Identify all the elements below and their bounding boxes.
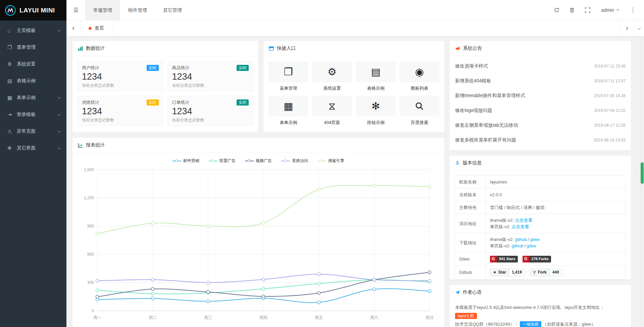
sidebar-item-login-template[interactable]: ⇥ 登录模板 bbox=[0, 106, 66, 123]
stat-desc: 当前分类总记录数 bbox=[172, 83, 249, 88]
search-icon bbox=[415, 101, 424, 111]
version-row-label: 主要特色 bbox=[455, 201, 486, 214]
quick-404-page[interactable]: ⧖ 404页面 bbox=[312, 96, 352, 126]
announcement-row: 修改logo缩放问题 2019-07-04 11:02 bbox=[455, 103, 626, 118]
version-row-value: iframe版-v2: github/gitee 单页版-v2: github/… bbox=[486, 233, 626, 252]
join-qq-badge[interactable]: 一键加群 bbox=[520, 321, 541, 327]
tab-home[interactable]: 首页 bbox=[81, 21, 112, 36]
sidebar-item-table-example[interactable]: ▤ 表格示例 bbox=[0, 73, 66, 89]
caret-down-icon bbox=[616, 9, 619, 12]
github-star-label: Star bbox=[498, 269, 506, 276]
username: admin bbox=[601, 7, 614, 13]
fullscreen-button[interactable] bbox=[580, 0, 595, 21]
hamburger-icon: ☰ bbox=[73, 7, 78, 14]
legend-item[interactable]: 直接访问 bbox=[281, 158, 308, 164]
sidebar-item-menu-management[interactable]: ❐ 菜单管理 bbox=[0, 39, 66, 56]
quick-system-settings[interactable]: ⚙ 系统设置 bbox=[312, 62, 352, 91]
app-title: LAYUI MINI bbox=[19, 7, 55, 14]
layui-doc-badge[interactable]: layui文档 bbox=[455, 313, 477, 319]
legend-label: 邮件营销 bbox=[183, 158, 199, 164]
sidebar-item-other-ui[interactable]: ✻ 其它界面 bbox=[0, 140, 66, 157]
download-iframe-gitee-link[interactable]: gitee bbox=[530, 237, 539, 242]
chevron-down-icon bbox=[58, 129, 61, 132]
legend-marker-icon bbox=[245, 159, 254, 162]
version-row-label: Github bbox=[455, 265, 486, 279]
quick-grid: ❐ 菜单管理 ⚙ 系统设置 ▤ 表格示例 ◉ 图 bbox=[263, 56, 444, 126]
stat-box-views: 浏览统计 实时 1234 当前分类总记录数 bbox=[78, 96, 163, 126]
announcement-date: 2019-07-11 12:57 bbox=[594, 79, 626, 83]
quick-menu-management[interactable]: ❐ 菜单管理 bbox=[268, 62, 308, 91]
refresh-button[interactable] bbox=[549, 0, 564, 21]
header-tab-other[interactable]: 其它管理 bbox=[155, 0, 190, 21]
header-tab-general[interactable]: 常规管理 bbox=[85, 0, 120, 21]
chevron-down-icon bbox=[58, 146, 61, 149]
quick-table-example[interactable]: ▤ 表格示例 bbox=[356, 62, 396, 91]
legend-marker-icon bbox=[209, 159, 217, 162]
stat-value: 1234 bbox=[82, 71, 159, 82]
table-row: 主要特色 零门槛 / 响应式 / 清爽 / 极简 bbox=[455, 201, 626, 214]
quick-form-example[interactable]: ▦ 表单示例 bbox=[268, 96, 308, 126]
stat-desc: 当前分类总记录数 bbox=[82, 117, 159, 123]
tab-scroll-left-button[interactable]: ‹ bbox=[66, 21, 81, 36]
download-single-github-link[interactable]: github bbox=[511, 243, 523, 248]
realtime-badge: 实时 bbox=[237, 99, 249, 106]
legend-item[interactable]: 邮件营销 bbox=[172, 158, 199, 164]
download-prefix: iframe版-v2: bbox=[490, 237, 515, 242]
author-text: 本模板基于layui2.5.4以及font-awesome-4.7.0进行实现。… bbox=[455, 304, 626, 311]
gitee-stars-badge[interactable]: G 941 Stars bbox=[490, 256, 518, 262]
demo-iframe-link[interactable]: 点击查看 bbox=[515, 218, 532, 223]
download-single-gitee-link[interactable]: gitee bbox=[527, 243, 536, 248]
card-title: 版本信息 bbox=[463, 160, 482, 166]
announcement-card: 系统公告 修改选项卡样式 2019-07-11 23:06 新增系统404模板 … bbox=[450, 41, 631, 150]
tab-operations-button[interactable] bbox=[634, 21, 644, 36]
table-row: 演示地址 iframe版-v2: 点击查看 单页版-v2: 点击查看 bbox=[455, 214, 626, 233]
stat-value: 1234 bbox=[82, 106, 159, 117]
card-title: 作者心语 bbox=[463, 289, 482, 295]
version-row-label: 演示地址 bbox=[455, 214, 486, 233]
svg-text:0: 0 bbox=[92, 309, 94, 313]
legend-item[interactable]: 搜索引擎 bbox=[317, 158, 344, 164]
asterisk-icon: ✻ bbox=[371, 101, 380, 111]
github-star-badge[interactable]: ★Star 1,419 bbox=[490, 269, 525, 276]
bullhorn-icon bbox=[455, 46, 460, 51]
calendar-icon: ▦ bbox=[7, 95, 17, 101]
clear-cache-button[interactable] bbox=[564, 0, 580, 21]
home-icon: ⌂ bbox=[7, 28, 17, 34]
sidebar-collapse-button[interactable]: ☰ bbox=[66, 0, 85, 21]
legend-item[interactable]: 联盟广告 bbox=[209, 158, 236, 164]
version-row-value: 零门槛 / 响应式 / 清爽 / 极简 bbox=[486, 201, 626, 214]
quick-baidu-search[interactable]: 百度搜索 bbox=[400, 96, 439, 126]
version-row-label: Gitee bbox=[455, 252, 486, 266]
sidebar-item-home-template[interactable]: ⌂ 主页模板 bbox=[0, 22, 66, 39]
gitee-forks-count: 278 Forks bbox=[529, 256, 551, 262]
separator: / bbox=[528, 237, 529, 242]
quick-icon-list[interactable]: ◉ 图标列表 bbox=[400, 62, 439, 91]
demo-single-link[interactable]: 点击查看 bbox=[511, 224, 529, 229]
card-header: 数据统计 bbox=[72, 41, 258, 56]
warning-icon: ⚠ bbox=[7, 128, 17, 134]
sidebar-item-label: 系统设置 bbox=[17, 61, 60, 67]
quick-button-example[interactable]: ✻ 按钮示例 bbox=[356, 96, 396, 126]
sidebar-item-form-example[interactable]: ▦ 表单示例 bbox=[0, 89, 66, 106]
more-menu-button[interactable]: ⋮ bbox=[625, 0, 641, 21]
window-grid-icon bbox=[269, 46, 274, 51]
version-row-value: v2.0.0 bbox=[486, 189, 626, 201]
legend-item[interactable]: 视频广告 bbox=[245, 158, 272, 164]
header-tab-components[interactable]: 组件管理 bbox=[120, 0, 155, 21]
announcement-row: 修复多模块菜单栏展开有问题 2019-06-13 14:53 bbox=[455, 133, 626, 148]
svg-text:周五: 周五 bbox=[315, 315, 323, 320]
sidebar-item-label: 登录模板 bbox=[17, 112, 58, 118]
quick-label: 按钮示例 bbox=[356, 120, 396, 126]
sidebar-item-system-settings[interactable]: ⚙ 系统设置 bbox=[0, 56, 66, 73]
sidebar-item-error-pages[interactable]: ⚠ 异常页面 bbox=[0, 123, 66, 140]
chevron-down-icon bbox=[58, 95, 61, 99]
sidebar-menu: ⌂ 主页模板 ❐ 菜单管理 ⚙ 系统设置 ▤ 表格示例 ▦ 表单示例 ⇥ 登录模… bbox=[0, 21, 66, 157]
tab-scroll-right-button[interactable]: › bbox=[620, 21, 634, 36]
download-iframe-github-link[interactable]: github bbox=[515, 237, 527, 242]
scrollbar-thumb[interactable] bbox=[641, 162, 644, 184]
github-fork-badge[interactable]: Fork 440 bbox=[530, 269, 562, 276]
gitee-forks-badge[interactable]: G 278 Forks bbox=[523, 256, 551, 262]
anchor-icon bbox=[455, 161, 460, 165]
user-menu[interactable]: admin bbox=[595, 0, 625, 21]
gitee-icon: G bbox=[523, 256, 529, 262]
